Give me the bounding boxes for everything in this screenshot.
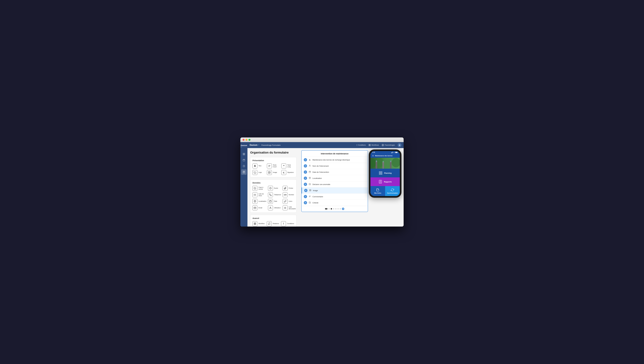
tile-mes-fiches[interactable]: Mes fiches bbox=[370, 186, 385, 196]
component-email[interactable]: Email bbox=[252, 206, 266, 210]
dot-3[interactable] bbox=[331, 208, 332, 210]
component-signature[interactable]: Signature bbox=[281, 170, 294, 175]
row-number-2: 2 bbox=[304, 164, 307, 167]
signature-label: Signature bbox=[287, 171, 294, 173]
component-texte-long[interactable]: ❝ Texte Long bbox=[281, 163, 294, 168]
planning-icon bbox=[379, 171, 382, 175]
sidebar-item-forms[interactable] bbox=[241, 169, 247, 175]
component-nombre[interactable]: 123 Nombre bbox=[283, 192, 296, 197]
component-duree[interactable]: Durée bbox=[268, 186, 281, 191]
component-liens[interactable]: Liens bbox=[283, 199, 296, 204]
component-workflow[interactable]: Workflow bbox=[252, 221, 265, 226]
dot-4[interactable] bbox=[333, 208, 334, 209]
dot-5[interactable] bbox=[335, 208, 336, 209]
liste-deroulante-icon-box bbox=[283, 206, 288, 210]
tile-rapports[interactable]: Rapports bbox=[370, 177, 400, 186]
signature-icon-box bbox=[281, 170, 286, 175]
form-row-6[interactable]: 6 Image bbox=[302, 188, 368, 194]
criticite-row-icon bbox=[309, 202, 311, 204]
minimize-button[interactable] bbox=[246, 139, 248, 141]
component-liste-deroulante[interactable]: Liste déroulante bbox=[283, 206, 296, 210]
image-icon-box bbox=[267, 170, 272, 175]
form-builder-panel: Organisation du formulaire Présentation … bbox=[248, 148, 299, 227]
dot-plus[interactable]: + bbox=[342, 208, 344, 210]
row-number-8: 8 bbox=[304, 201, 307, 204]
warning-icon: ! bbox=[356, 144, 357, 146]
component-relations[interactable]: Relations bbox=[267, 221, 280, 226]
form-preview-wrapper: Intervention de maintenance 1 A Maintena… bbox=[301, 150, 369, 224]
component-telephone[interactable]: Téléphone bbox=[268, 192, 281, 197]
dot-7[interactable] bbox=[340, 208, 341, 209]
sidebar-item-clock[interactable] bbox=[241, 163, 247, 169]
component-checkbox[interactable]: Case à cocher bbox=[252, 186, 266, 191]
status-indicators: ▲ bbox=[391, 152, 398, 153]
svg-rect-83 bbox=[379, 173, 380, 174]
svg-line-24 bbox=[284, 173, 285, 173]
svg-rect-77 bbox=[383, 161, 384, 161]
dots-nav: − + bbox=[302, 206, 368, 212]
section-avance-title: Avancé bbox=[252, 217, 294, 219]
nav-parametrages[interactable]: Paramétrages bbox=[382, 144, 395, 146]
signature-icon bbox=[282, 171, 285, 174]
sidebar-item-calendar[interactable] bbox=[241, 157, 247, 163]
date-icon bbox=[269, 200, 272, 203]
form-row-4[interactable]: 4 Localisation bbox=[302, 175, 368, 181]
liens-label: Liens bbox=[289, 200, 292, 202]
mobile-header: Maintenance des bornes bbox=[370, 154, 400, 158]
component-titre[interactable]: A Titre bbox=[252, 163, 265, 168]
component-texte-court[interactable]: Texte Court bbox=[267, 163, 280, 168]
svg-rect-14 bbox=[370, 144, 370, 145]
component-date[interactable]: Date bbox=[268, 199, 281, 204]
image-icon bbox=[268, 171, 270, 174]
maximize-button[interactable] bbox=[248, 139, 250, 141]
svg-rect-80 bbox=[390, 161, 391, 161]
form-row-2[interactable]: 2 Nom de l'intervenant bbox=[302, 163, 368, 169]
svg-rect-58 bbox=[392, 152, 392, 153]
telephone-label: Téléphone bbox=[274, 194, 281, 196]
component-conditions[interactable]: ! Conditions bbox=[281, 221, 294, 226]
list-choice-icon bbox=[254, 194, 256, 196]
user-avatar[interactable] bbox=[398, 143, 402, 147]
rapports-label: Rapports bbox=[384, 181, 392, 183]
nav-workflows-label: Workflows bbox=[372, 144, 379, 146]
form-row-7[interactable]: 7 Commentaire bbox=[302, 194, 368, 200]
texte-court-label: Texte Court bbox=[273, 164, 280, 168]
form-row-5[interactable]: 5 Déclarer une anomalie bbox=[302, 181, 368, 188]
close-button[interactable] bbox=[242, 139, 244, 141]
row-text-7: Commentaire bbox=[312, 196, 323, 198]
nav-conditions-label: Conditions bbox=[358, 144, 366, 146]
form-row-3[interactable]: 3 Date de l'intervention bbox=[302, 169, 368, 175]
signal-icon bbox=[391, 152, 393, 153]
mobile-image bbox=[370, 158, 400, 169]
mobile-screen: 9:41 ▲ bbox=[370, 151, 400, 196]
location-icon bbox=[254, 200, 256, 203]
svg-rect-74 bbox=[376, 161, 377, 161]
nav-conditions[interactable]: ! Conditions bbox=[356, 144, 366, 146]
tile-synchronisation[interactable]: Synchronisation bbox=[385, 186, 400, 196]
tile-planning[interactable]: Planning bbox=[370, 169, 400, 177]
dot-2[interactable] bbox=[328, 208, 330, 209]
component-liste-choix[interactable]: Liste de choix bbox=[252, 192, 266, 197]
component-utilisateur[interactable]: Utilisateur bbox=[268, 206, 281, 210]
checkbox-label: Case à cocher bbox=[258, 187, 266, 190]
text-lines-icon bbox=[268, 165, 270, 167]
telephone-icon-box bbox=[268, 192, 273, 197]
date-label: Date bbox=[274, 200, 277, 202]
workflow-label: Workflow bbox=[258, 223, 264, 225]
sidebar-item-grid[interactable] bbox=[241, 151, 247, 157]
svg-point-30 bbox=[254, 195, 254, 195]
component-localisation[interactable]: Localisation bbox=[252, 199, 266, 204]
svg-rect-1 bbox=[244, 153, 245, 154]
component-logo[interactable]: Logo bbox=[252, 170, 265, 175]
dot-minus[interactable]: − bbox=[325, 208, 328, 210]
dot-6[interactable] bbox=[338, 208, 338, 209]
svg-rect-81 bbox=[379, 172, 380, 173]
form-row-8[interactable]: 8 Criticité bbox=[302, 200, 368, 206]
form-row-1[interactable]: 1 A Maintenance des bornes de recharge é… bbox=[302, 157, 368, 163]
settings-icon bbox=[382, 144, 384, 146]
svg-rect-78 bbox=[390, 161, 392, 169]
mobile-preview: 9:41 ▲ bbox=[369, 150, 402, 198]
nav-workflows[interactable]: Workflows bbox=[368, 144, 379, 146]
component-image[interactable]: Image bbox=[267, 170, 280, 175]
component-fichier[interactable]: Fichier bbox=[283, 186, 296, 191]
